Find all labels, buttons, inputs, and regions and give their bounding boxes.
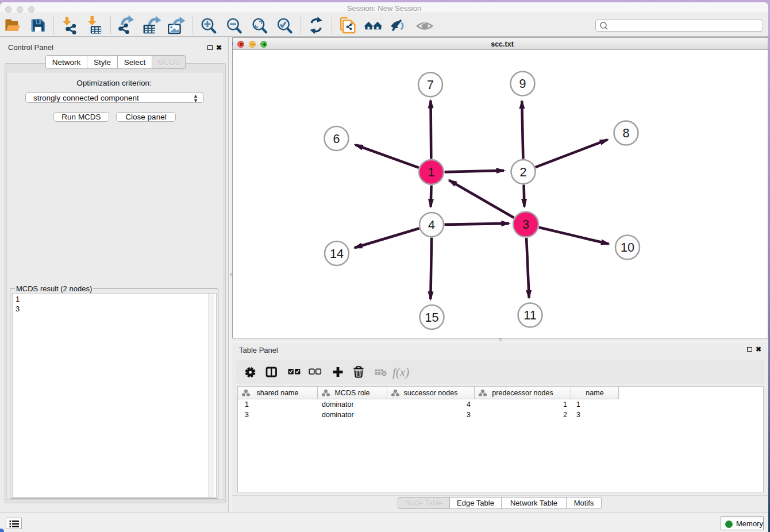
svg-text:9: 9 bbox=[519, 77, 526, 91]
svg-text:f(x): f(x) bbox=[392, 365, 409, 379]
svg-text:1: 1 bbox=[428, 165, 435, 179]
svg-text:10: 10 bbox=[621, 241, 634, 255]
svg-text:8: 8 bbox=[623, 126, 630, 140]
svg-text:2: 2 bbox=[520, 165, 527, 179]
svg-text:6: 6 bbox=[333, 132, 340, 146]
svg-text:3: 3 bbox=[522, 218, 529, 232]
svg-text:15: 15 bbox=[425, 311, 439, 325]
svg-text:11: 11 bbox=[523, 309, 536, 322]
svg-text:7: 7 bbox=[427, 78, 434, 92]
svg-text:4: 4 bbox=[428, 218, 435, 232]
svg-text:14: 14 bbox=[330, 247, 344, 261]
